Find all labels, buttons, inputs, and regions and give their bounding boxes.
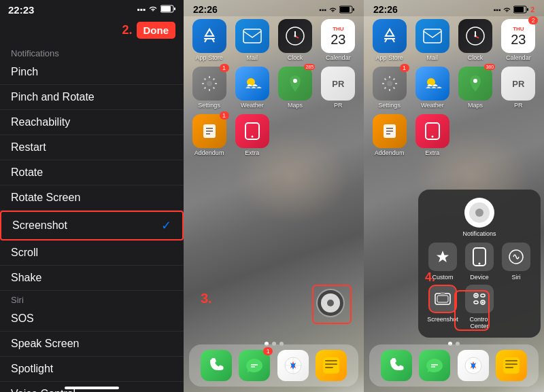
app-extra-r[interactable]: Extra — [413, 114, 451, 156]
popup-item-siri[interactable]: Siri — [500, 243, 532, 281]
popup-item-device[interactable]: Device — [463, 243, 496, 281]
phone-screen-mid: 22:26 ▪▪▪ App Store Mail — [184, 0, 364, 392]
app-icon-pr-r: PR — [501, 67, 535, 101]
app-grid-row3-right: Addendum Extra — [364, 114, 544, 162]
dock-messages-r[interactable] — [419, 350, 450, 381]
app-badge-calendar-r: 2 — [528, 16, 538, 24]
popup-icon-screenshot — [428, 285, 457, 313]
app-badge-settings: 1 — [220, 64, 229, 72]
svg-rect-27 — [325, 363, 337, 365]
svg-rect-31 — [527, 8, 528, 11]
app-label-weather: Weather — [241, 102, 264, 109]
signal-mid-icon: ▪▪▪ — [319, 6, 326, 14]
scrollbar[interactable] — [65, 387, 119, 389]
app-label-maps-r: Maps — [468, 102, 483, 109]
status-bar-mid: 22:26 ▪▪▪ — [184, 0, 364, 16]
svg-rect-26 — [325, 360, 337, 361]
menu-item-reachability[interactable]: Reachability — [0, 110, 184, 135]
app-pr[interactable]: PR PR — [320, 67, 357, 109]
app-label-extra-r: Extra — [425, 149, 439, 156]
dock-messages[interactable]: 1 — [239, 350, 270, 381]
app-addendum-r[interactable]: Addendum — [371, 114, 408, 156]
app-label-appstore: App Store — [196, 54, 223, 61]
svg-rect-63 — [505, 360, 517, 361]
svg-rect-64 — [505, 363, 517, 365]
svg-rect-4 — [340, 7, 350, 12]
app-maps[interactable]: 285 Maps — [277, 67, 314, 109]
dock-phone-r[interactable] — [381, 350, 412, 381]
svg-rect-2 — [174, 7, 175, 10]
menu-item-pinch[interactable]: Pinch — [0, 60, 184, 85]
app-label-pr-r: PR — [514, 102, 523, 109]
time-left: 22:23 — [8, 4, 34, 16]
mid-phone-panel: 22:26 ▪▪▪ App Store Mail — [184, 0, 364, 392]
app-label-extra: Extra — [245, 149, 259, 156]
app-maps-r[interactable]: 380 Maps — [457, 67, 494, 109]
menu-item-restart[interactable]: Restart — [0, 135, 184, 160]
svg-point-10 — [294, 35, 296, 37]
app-label-clock-r: Clock — [468, 54, 483, 61]
app-appstore-r[interactable]: App Store — [371, 19, 408, 61]
dock-phone[interactable] — [201, 350, 232, 381]
app-calendar[interactable]: THU 23 Calendar — [320, 19, 357, 61]
app-settings-r[interactable]: 1 Settings — [371, 67, 408, 109]
popup-item-screenshot[interactable]: Screenshot — [426, 285, 459, 329]
app-clock[interactable]: Clock — [277, 19, 314, 61]
menu-item-speak-screen[interactable]: Speak Screen — [0, 332, 184, 357]
app-mail-r[interactable]: Mail — [413, 19, 451, 61]
menu-item-shake[interactable]: Shake — [0, 266, 184, 291]
dock-safari[interactable] — [277, 350, 309, 381]
menu-item-scroll[interactable]: Scroll — [0, 240, 184, 266]
app-label-weather-r: Weather — [421, 102, 444, 109]
done-button[interactable]: Done — [137, 22, 176, 39]
phone-screen-right: 22:26 ▪▪▪ 2 App Store Mail — [364, 0, 544, 392]
menu-item-rotate[interactable]: Rotate — [0, 160, 184, 185]
svg-point-19 — [251, 136, 253, 138]
popup-label-custom: Custom — [432, 274, 453, 281]
dock-notes-r[interactable] — [496, 350, 527, 381]
dock-notes[interactable] — [316, 350, 347, 381]
popup-item-control-center[interactable]: Control Center — [463, 285, 496, 329]
svg-rect-6 — [243, 29, 261, 43]
app-label-addendum: Addendum — [194, 149, 224, 156]
app-calendar-r[interactable]: 2 THU 23 Calendar — [500, 19, 537, 61]
menu-item-pinch-rotate[interactable]: Pinch and Rotate — [0, 85, 184, 110]
svg-rect-1 — [161, 6, 171, 12]
app-icon-mail-r — [415, 19, 449, 53]
time-right: 22:26 — [373, 4, 398, 15]
popup-top-item: Notifications — [426, 198, 532, 237]
menu-item-screenshot[interactable]: Screenshot ✓ — [0, 211, 184, 240]
popup-at-inner — [469, 202, 490, 223]
app-label-clock: Clock — [288, 54, 303, 61]
popup-label-screenshot: Screenshot — [427, 316, 458, 323]
app-grid-row2-mid: 1 Settings Weather 285 Maps — [184, 67, 364, 114]
app-weather-r[interactable]: Weather — [413, 67, 451, 109]
app-label-appstore-r: App Store — [376, 54, 403, 61]
status-icons-left: ▪▪▪ — [137, 5, 175, 15]
app-icon-pr: PR — [321, 67, 355, 101]
assistive-touch-button[interactable] — [316, 289, 345, 317]
battery-right-icon — [513, 5, 528, 14]
app-label-maps: Maps — [288, 102, 303, 109]
dock-safari-r[interactable] — [458, 350, 489, 381]
wifi-right-icon — [503, 7, 511, 13]
svg-rect-30 — [514, 7, 524, 12]
app-mail[interactable]: Mail — [233, 19, 271, 61]
app-addendum[interactable]: 1 Addendum — [190, 114, 228, 156]
menu-item-rotate-screen[interactable]: 1 Rotate Screen — [0, 185, 184, 211]
menu-item-spotlight[interactable]: Spotlight — [0, 357, 184, 382]
app-appstore[interactable]: App Store — [190, 19, 228, 61]
signal-icon: ▪▪▪ — [137, 5, 146, 14]
app-settings[interactable]: 1 Settings — [190, 67, 228, 109]
menu-item-sos[interactable]: SOS — [0, 306, 184, 332]
app-clock-r[interactable]: Clock — [457, 19, 494, 61]
app-label-mail-r: Mail — [427, 54, 439, 61]
svg-rect-65 — [505, 367, 513, 368]
app-pr-r[interactable]: PR PR — [500, 67, 537, 109]
at-inner — [321, 293, 340, 313]
app-extra[interactable]: Extra — [233, 114, 271, 156]
step2-label: 2. — [122, 23, 132, 37]
svg-rect-51 — [437, 296, 448, 302]
app-weather[interactable]: Weather — [233, 67, 271, 109]
popup-at-dot — [475, 209, 483, 217]
